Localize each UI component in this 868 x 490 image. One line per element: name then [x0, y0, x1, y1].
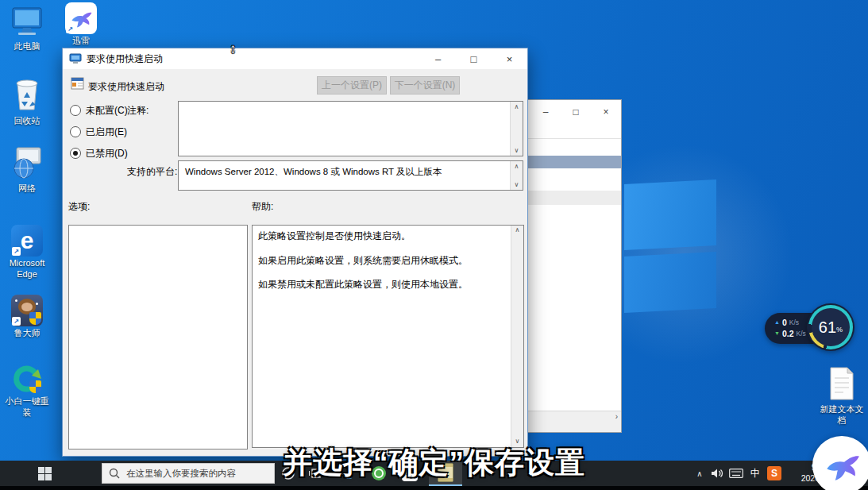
download-speed-value: 0.2 — [782, 328, 794, 339]
scroll-down-icon[interactable]: ∨ — [515, 179, 519, 190]
policy-dialog: 要求使用快速启动 – □ × 要求使用快速启动 上一个设置(P) 下一个设置(N… — [62, 48, 528, 457]
comment-scrollbar[interactable]: ∧ ∨ — [510, 102, 523, 156]
supported-platform-value: Windows Server 2012、Windows 8 或 Windows … — [185, 167, 442, 176]
sogou-icon: S — [767, 466, 781, 480]
radio-circle-selected[interactable] — [70, 148, 81, 159]
desktop-icon-label: 迅雷 — [56, 36, 106, 47]
speaker-icon — [711, 468, 723, 479]
radio-disabled[interactable]: 已禁用(D) — [70, 147, 128, 160]
desktop-icon-label: 此电脑 — [2, 41, 52, 52]
help-panel: 此策略设置控制是否使用快速启动。 如果启用此策略设置，则系统需要启用休眠模式。 … — [252, 225, 524, 448]
start-button[interactable] — [30, 461, 59, 486]
background-window-statusbar — [525, 422, 621, 432]
taskbar-search-box[interactable] — [102, 463, 275, 484]
upload-speed-unit: K/s — [789, 317, 799, 328]
xiaobai-icon — [11, 363, 43, 395]
close-button[interactable]: × — [591, 100, 621, 124]
letterbox-strip — [0, 486, 868, 490]
background-window: – □ × › — [524, 99, 622, 433]
supported-platform-label: 支持的平台: — [127, 165, 177, 179]
tray-hidden-icons-button[interactable]: ∧ — [692, 461, 707, 486]
desktop-icon-new-text-document[interactable]: 新建文本文档 — [816, 366, 867, 426]
ludashi-icon: ↗ — [11, 295, 43, 326]
scroll-up-icon[interactable]: ∧ — [515, 102, 519, 112]
tray-touch-keyboard-button[interactable] — [727, 461, 746, 486]
help-label: 帮助: — [252, 200, 273, 214]
previous-setting-button[interactable]: 上一个设置(P) — [317, 76, 387, 95]
radio-circle[interactable] — [70, 105, 81, 116]
desktop-icon-network[interactable]: 网络 — [2, 145, 52, 195]
network-icon — [10, 145, 44, 180]
desktop-icon-xiaobai-reinstall[interactable]: 小白一键重装 — [2, 363, 52, 419]
recycle-bin-icon — [10, 75, 44, 113]
desktop-icon-label: 新建文本文档 — [816, 404, 867, 426]
maximize-button[interactable]: □ — [561, 100, 591, 124]
shield-icon — [29, 380, 41, 393]
background-window-header-band — [525, 156, 621, 168]
supported-platform-box: Windows Server 2012、Windows 8 或 Windows … — [178, 160, 523, 191]
radio-not-configured[interactable]: 未配置(C) — [70, 104, 128, 117]
shield-icon — [29, 312, 41, 325]
dialog-app-icon — [69, 53, 82, 64]
tray-volume-button[interactable] — [708, 461, 726, 486]
shortcut-arrow-icon: ↗ — [66, 25, 75, 33]
download-arrow-icon: ▼ — [774, 328, 780, 339]
progress-ring-widget[interactable]: 61 % — [807, 303, 854, 351]
shortcut-arrow-icon: ↗ — [12, 317, 21, 326]
tray-sogou-button[interactable]: S — [764, 461, 785, 486]
scroll-up-icon[interactable]: ∧ — [515, 226, 520, 236]
video-subtitle: 并选择“确定”保存设置 — [283, 443, 585, 483]
background-window-hscrollbar[interactable]: › — [525, 411, 621, 423]
policy-setting-icon — [71, 77, 84, 90]
monkey-face-shape — [21, 303, 33, 311]
next-setting-button[interactable]: 下一个设置(N) — [390, 76, 460, 95]
download-speed-unit: K/s — [797, 328, 806, 339]
dialog-titlebar[interactable]: 要求使用快速启动 – □ × — [63, 48, 527, 69]
platform-scrollbar[interactable]: ∧ ∨ — [510, 161, 523, 190]
keyboard-icon — [729, 469, 743, 478]
background-window-row-strip — [525, 191, 621, 205]
options-label: 选项: — [68, 200, 90, 214]
edge-icon: e ↗ — [11, 225, 43, 257]
minimize-button[interactable]: – — [420, 48, 456, 69]
radio-circle[interactable] — [70, 126, 81, 137]
desktop-icon-thunder[interactable]: ↗ 迅雷 — [56, 2, 106, 47]
desktop-icon-ludashi[interactable]: ↗ 鲁大师 — [2, 295, 52, 339]
desktop-icon-label: 鲁大师 — [2, 328, 52, 339]
options-panel — [68, 225, 248, 449]
percent-value: 61 — [819, 318, 836, 337]
radio-label: 已禁用(D) — [86, 147, 128, 160]
maximize-button[interactable]: □ — [456, 48, 492, 69]
dialog-title: 要求使用快速启动 — [87, 52, 163, 66]
edge-letter: e — [21, 227, 34, 254]
comment-textbox[interactable]: ∧ ∨ — [178, 101, 523, 156]
help-paragraph: 此策略设置控制是否使用快速启动。 — [258, 230, 504, 243]
thunder-floating-ball[interactable] — [812, 436, 868, 490]
scroll-right-icon[interactable]: › — [615, 412, 618, 421]
shortcut-arrow-icon: ↗ — [12, 247, 21, 256]
desktop-icon-label: 回收站 — [2, 116, 52, 127]
wallpaper-window-pane-top — [624, 179, 716, 250]
desktop-icon-edge[interactable]: e ↗ Microsoft Edge — [2, 225, 52, 280]
comment-label: 注释: — [127, 104, 149, 118]
sparkle — [15, 299, 17, 302]
desktop-icon-label: Microsoft Edge — [2, 258, 52, 280]
help-scrollbar[interactable]: ∧ ∨ — [511, 226, 523, 447]
search-icon — [109, 468, 120, 479]
search-input[interactable] — [125, 468, 269, 479]
desktop-icon-this-pc[interactable]: 此电脑 — [2, 6, 52, 52]
desktop-icon-label: 网络 — [2, 183, 52, 195]
close-button[interactable]: × — [492, 48, 527, 69]
tray-ime-indicator[interactable]: 中 — [747, 461, 763, 486]
upload-speed-value: 0 — [782, 317, 787, 328]
scroll-down-icon[interactable]: ∨ — [515, 145, 519, 156]
desktop-icon-recycle-bin[interactable]: 回收站 — [2, 75, 52, 127]
radio-enabled[interactable]: 已启用(E) — [70, 125, 127, 138]
background-window-controls: – □ × — [530, 100, 621, 124]
minimize-button[interactable]: – — [530, 100, 561, 124]
help-paragraph: 如果禁用或未配置此策略设置，则使用本地设置。 — [258, 279, 504, 291]
radio-label: 未配置(C) — [86, 104, 128, 118]
scroll-up-icon[interactable]: ∧ — [515, 161, 519, 172]
help-paragraph: 如果启用此策略设置，则系统需要启用休眠模式。 — [258, 255, 504, 268]
percent-sign: % — [836, 326, 843, 334]
